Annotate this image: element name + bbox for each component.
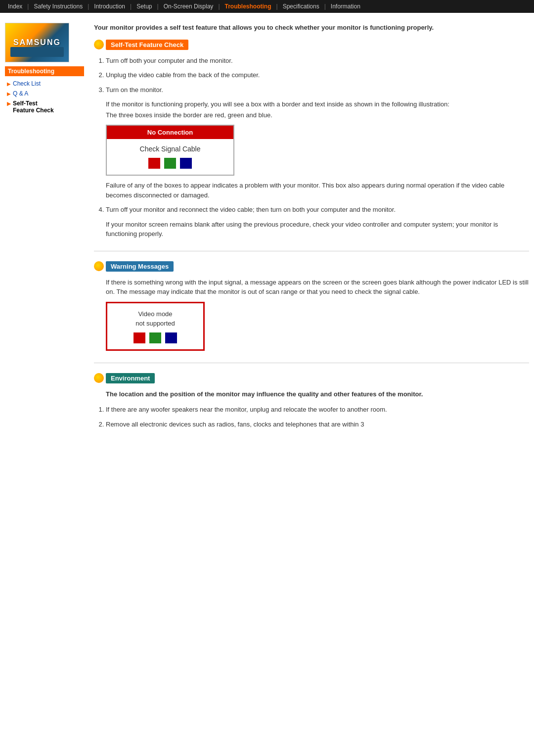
nav-item-introduction[interactable]: Introduction	[90, 2, 129, 11]
step4-list: Turn off your monitor and reconnect the …	[106, 205, 529, 215]
video-mode-box: Video mode not supported	[106, 302, 205, 351]
step-2: Unplug the video cable from the back of …	[106, 70, 529, 80]
self-test-title-badge: Self-Test Feature Check	[106, 40, 188, 50]
color-squares-2	[115, 332, 195, 343]
failure-text: Failure of any of the boxes to appear in…	[106, 181, 529, 200]
no-connection-body: Check Signal Cable	[107, 139, 233, 175]
warning-header: Warning Messages	[94, 261, 529, 272]
warning-messages-section: Warning Messages If there is something w…	[94, 261, 529, 351]
nav-sep-6: |	[275, 3, 279, 10]
top-navigation: Index | Safety Instructions | Introducti…	[0, 0, 534, 13]
nav-sep-5: |	[217, 3, 221, 10]
environment-steps-list: If there are any woofer speakers near th…	[106, 405, 529, 429]
video-mode-body: Video mode not supported	[107, 303, 203, 349]
step4-detail: If your monitor screen remains blank aft…	[106, 220, 529, 239]
arrow-icon-checklist: ▶	[7, 81, 11, 87]
sidebar-label-checklist: Check List	[13, 80, 41, 87]
nav-sep-7: |	[323, 3, 327, 10]
section-icon-selftest	[94, 40, 104, 49]
green-square-1	[164, 158, 176, 169]
logo-text: SAMSUNG	[13, 38, 61, 47]
nav-sep-4: |	[156, 3, 160, 10]
sidebar-label-selftest: Self-TestFeature Check	[13, 100, 54, 114]
sidebar-item-selftest[interactable]: ▶ Self-TestFeature Check	[5, 99, 84, 115]
section-icon-warning	[94, 261, 104, 271]
warning-title-badge: Warning Messages	[106, 261, 174, 272]
self-test-section: Self-Test Feature Check Turn off both yo…	[94, 40, 529, 239]
environment-section: Environment The location and the positio…	[94, 373, 529, 429]
check-signal-text: Check Signal Cable	[115, 145, 225, 153]
nav-sep-3: |	[129, 3, 133, 10]
section-icon-environment	[94, 373, 104, 383]
step-3: Turn on the monitor.	[106, 85, 529, 95]
no-connection-box: No Connection Check Signal Cable	[106, 125, 234, 176]
no-connection-header: No Connection	[107, 126, 233, 139]
environment-intro: The location and the position of the mon…	[106, 389, 529, 399]
video-mode-line1: Video mode	[138, 310, 172, 318]
sidebar: SAMSUNG Troubleshooting ▶ Check List ▶ Q…	[5, 23, 84, 441]
nav-item-safety[interactable]: Safety Instructions	[30, 2, 87, 11]
red-square-1	[148, 158, 160, 169]
nav-item-specifications[interactable]: Specifications	[279, 2, 323, 11]
self-test-steps-list: Turn off both your computer and the moni…	[106, 56, 529, 95]
sidebar-item-checklist[interactable]: ▶ Check List	[5, 79, 84, 88]
red-square-2	[134, 332, 145, 343]
content-area: Your monitor provides a self test featur…	[84, 23, 529, 441]
arrow-icon-qa: ▶	[7, 91, 11, 96]
nav-item-osd[interactable]: On-Screen Display	[160, 2, 218, 11]
step3-detail1: If the monitor is functioning properly, …	[106, 99, 529, 109]
warning-description: If there is something wrong with the inp…	[106, 278, 529, 297]
main-container: SAMSUNG Troubleshooting ▶ Check List ▶ Q…	[0, 13, 534, 451]
environment-header: Environment	[94, 373, 529, 383]
nav-item-setup[interactable]: Setup	[133, 2, 156, 11]
step3-detail2: The three boxes inside the border are re…	[106, 110, 529, 120]
green-square-2	[149, 332, 161, 343]
step-1: Turn off both your computer and the moni…	[106, 56, 529, 66]
nav-item-information[interactable]: Information	[327, 2, 364, 11]
nav-sep-2: |	[87, 3, 90, 10]
video-mode-line2: not supported	[135, 320, 175, 327]
arrow-icon-selftest: ▶	[7, 101, 11, 106]
step-4: Turn off your monitor and reconnect the …	[106, 205, 529, 215]
intro-text: Your monitor provides a self test featur…	[94, 23, 529, 33]
samsung-logo: SAMSUNG	[5, 23, 69, 62]
nav-item-index[interactable]: Index	[4, 2, 26, 11]
divider-1	[94, 251, 529, 251]
sidebar-item-qa[interactable]: ▶ Q & A	[5, 89, 84, 98]
self-test-header: Self-Test Feature Check	[94, 40, 529, 50]
blue-square-2	[165, 332, 177, 343]
nav-item-troubleshooting[interactable]: Troubleshooting	[221, 2, 275, 11]
video-mode-text: Video mode not supported	[115, 309, 195, 329]
environment-title-badge: Environment	[106, 373, 155, 383]
divider-2	[94, 363, 529, 363]
env-step-2: Remove all electronic devices such as ra…	[106, 420, 529, 429]
sidebar-section-title: Troubleshooting	[5, 66, 84, 76]
env-step-1: If there are any woofer speakers near th…	[106, 405, 529, 415]
blue-square-1	[180, 158, 192, 169]
nav-sep-1: |	[26, 3, 30, 10]
sidebar-label-qa: Q & A	[13, 90, 28, 97]
color-squares-1	[115, 158, 225, 169]
